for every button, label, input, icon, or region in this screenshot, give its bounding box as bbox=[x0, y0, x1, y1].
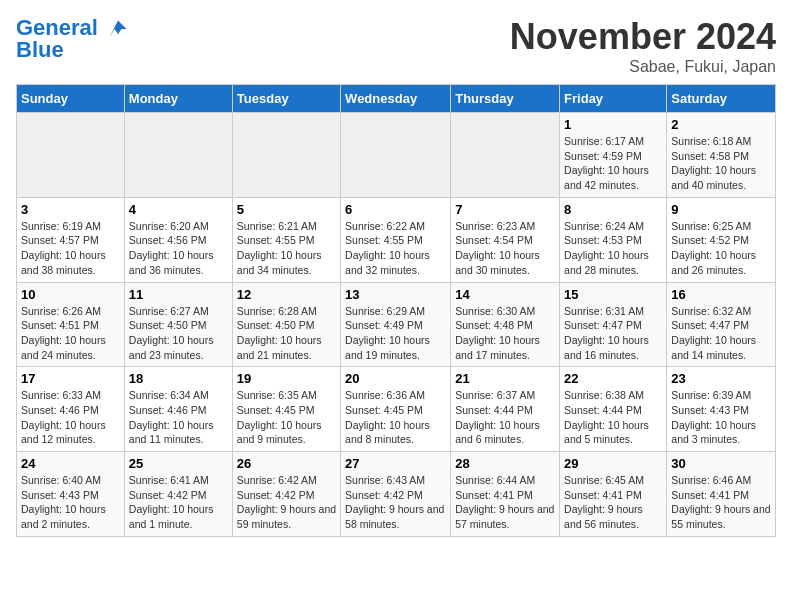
day-number: 27 bbox=[345, 456, 446, 471]
day-info: Sunrise: 6:29 AM Sunset: 4:49 PM Dayligh… bbox=[345, 304, 446, 363]
calendar-cell: 30Sunrise: 6:46 AM Sunset: 4:41 PM Dayli… bbox=[667, 452, 776, 537]
day-number: 10 bbox=[21, 287, 120, 302]
day-number: 2 bbox=[671, 117, 771, 132]
day-info: Sunrise: 6:22 AM Sunset: 4:55 PM Dayligh… bbox=[345, 219, 446, 278]
day-number: 15 bbox=[564, 287, 662, 302]
title-block: November 2024 Sabae, Fukui, Japan bbox=[510, 16, 776, 76]
day-number: 3 bbox=[21, 202, 120, 217]
day-number: 18 bbox=[129, 371, 228, 386]
weekday-header-thursday: Thursday bbox=[451, 85, 560, 113]
calendar-cell bbox=[341, 113, 451, 198]
day-info: Sunrise: 6:17 AM Sunset: 4:59 PM Dayligh… bbox=[564, 134, 662, 193]
day-info: Sunrise: 6:38 AM Sunset: 4:44 PM Dayligh… bbox=[564, 388, 662, 447]
day-info: Sunrise: 6:34 AM Sunset: 4:46 PM Dayligh… bbox=[129, 388, 228, 447]
day-number: 11 bbox=[129, 287, 228, 302]
calendar-week-1: 1Sunrise: 6:17 AM Sunset: 4:59 PM Daylig… bbox=[17, 113, 776, 198]
calendar-cell: 2Sunrise: 6:18 AM Sunset: 4:58 PM Daylig… bbox=[667, 113, 776, 198]
day-info: Sunrise: 6:18 AM Sunset: 4:58 PM Dayligh… bbox=[671, 134, 771, 193]
day-info: Sunrise: 6:24 AM Sunset: 4:53 PM Dayligh… bbox=[564, 219, 662, 278]
calendar-body: 1Sunrise: 6:17 AM Sunset: 4:59 PM Daylig… bbox=[17, 113, 776, 537]
calendar-cell: 5Sunrise: 6:21 AM Sunset: 4:55 PM Daylig… bbox=[232, 197, 340, 282]
calendar-cell: 29Sunrise: 6:45 AM Sunset: 4:41 PM Dayli… bbox=[560, 452, 667, 537]
calendar-cell: 17Sunrise: 6:33 AM Sunset: 4:46 PM Dayli… bbox=[17, 367, 125, 452]
calendar-cell: 19Sunrise: 6:35 AM Sunset: 4:45 PM Dayli… bbox=[232, 367, 340, 452]
day-number: 6 bbox=[345, 202, 446, 217]
month-title: November 2024 bbox=[510, 16, 776, 58]
day-number: 7 bbox=[455, 202, 555, 217]
calendar-cell: 28Sunrise: 6:44 AM Sunset: 4:41 PM Dayli… bbox=[451, 452, 560, 537]
calendar-week-3: 10Sunrise: 6:26 AM Sunset: 4:51 PM Dayli… bbox=[17, 282, 776, 367]
calendar-cell: 10Sunrise: 6:26 AM Sunset: 4:51 PM Dayli… bbox=[17, 282, 125, 367]
calendar-cell: 13Sunrise: 6:29 AM Sunset: 4:49 PM Dayli… bbox=[341, 282, 451, 367]
calendar-cell: 7Sunrise: 6:23 AM Sunset: 4:54 PM Daylig… bbox=[451, 197, 560, 282]
day-info: Sunrise: 6:20 AM Sunset: 4:56 PM Dayligh… bbox=[129, 219, 228, 278]
day-number: 29 bbox=[564, 456, 662, 471]
day-number: 19 bbox=[237, 371, 336, 386]
day-number: 30 bbox=[671, 456, 771, 471]
day-info: Sunrise: 6:44 AM Sunset: 4:41 PM Dayligh… bbox=[455, 473, 555, 532]
day-info: Sunrise: 6:37 AM Sunset: 4:44 PM Dayligh… bbox=[455, 388, 555, 447]
day-info: Sunrise: 6:39 AM Sunset: 4:43 PM Dayligh… bbox=[671, 388, 771, 447]
day-info: Sunrise: 6:35 AM Sunset: 4:45 PM Dayligh… bbox=[237, 388, 336, 447]
day-info: Sunrise: 6:23 AM Sunset: 4:54 PM Dayligh… bbox=[455, 219, 555, 278]
day-number: 8 bbox=[564, 202, 662, 217]
calendar-week-5: 24Sunrise: 6:40 AM Sunset: 4:43 PM Dayli… bbox=[17, 452, 776, 537]
day-info: Sunrise: 6:25 AM Sunset: 4:52 PM Dayligh… bbox=[671, 219, 771, 278]
calendar-cell: 27Sunrise: 6:43 AM Sunset: 4:42 PM Dayli… bbox=[341, 452, 451, 537]
day-number: 21 bbox=[455, 371, 555, 386]
day-info: Sunrise: 6:32 AM Sunset: 4:47 PM Dayligh… bbox=[671, 304, 771, 363]
day-number: 9 bbox=[671, 202, 771, 217]
calendar-cell: 11Sunrise: 6:27 AM Sunset: 4:50 PM Dayli… bbox=[124, 282, 232, 367]
calendar-cell: 26Sunrise: 6:42 AM Sunset: 4:42 PM Dayli… bbox=[232, 452, 340, 537]
calendar-week-2: 3Sunrise: 6:19 AM Sunset: 4:57 PM Daylig… bbox=[17, 197, 776, 282]
day-info: Sunrise: 6:42 AM Sunset: 4:42 PM Dayligh… bbox=[237, 473, 336, 532]
weekday-header-friday: Friday bbox=[560, 85, 667, 113]
day-info: Sunrise: 6:45 AM Sunset: 4:41 PM Dayligh… bbox=[564, 473, 662, 532]
day-number: 16 bbox=[671, 287, 771, 302]
weekday-header-tuesday: Tuesday bbox=[232, 85, 340, 113]
day-info: Sunrise: 6:31 AM Sunset: 4:47 PM Dayligh… bbox=[564, 304, 662, 363]
weekday-header-monday: Monday bbox=[124, 85, 232, 113]
calendar-cell: 14Sunrise: 6:30 AM Sunset: 4:48 PM Dayli… bbox=[451, 282, 560, 367]
calendar-cell: 22Sunrise: 6:38 AM Sunset: 4:44 PM Dayli… bbox=[560, 367, 667, 452]
day-info: Sunrise: 6:19 AM Sunset: 4:57 PM Dayligh… bbox=[21, 219, 120, 278]
day-info: Sunrise: 6:41 AM Sunset: 4:42 PM Dayligh… bbox=[129, 473, 228, 532]
weekday-header-row: SundayMondayTuesdayWednesdayThursdayFrid… bbox=[17, 85, 776, 113]
calendar-cell bbox=[232, 113, 340, 198]
weekday-header-sunday: Sunday bbox=[17, 85, 125, 113]
day-info: Sunrise: 6:26 AM Sunset: 4:51 PM Dayligh… bbox=[21, 304, 120, 363]
day-info: Sunrise: 6:40 AM Sunset: 4:43 PM Dayligh… bbox=[21, 473, 120, 532]
day-number: 1 bbox=[564, 117, 662, 132]
calendar-cell: 6Sunrise: 6:22 AM Sunset: 4:55 PM Daylig… bbox=[341, 197, 451, 282]
svg-marker-0 bbox=[109, 21, 126, 38]
calendar-cell: 1Sunrise: 6:17 AM Sunset: 4:59 PM Daylig… bbox=[560, 113, 667, 198]
logo: General Blue bbox=[16, 16, 130, 63]
weekday-header-wednesday: Wednesday bbox=[341, 85, 451, 113]
calendar-cell: 4Sunrise: 6:20 AM Sunset: 4:56 PM Daylig… bbox=[124, 197, 232, 282]
day-info: Sunrise: 6:27 AM Sunset: 4:50 PM Dayligh… bbox=[129, 304, 228, 363]
calendar-cell: 15Sunrise: 6:31 AM Sunset: 4:47 PM Dayli… bbox=[560, 282, 667, 367]
location-title: Sabae, Fukui, Japan bbox=[510, 58, 776, 76]
page-header: General Blue November 2024 Sabae, Fukui,… bbox=[16, 16, 776, 76]
day-number: 26 bbox=[237, 456, 336, 471]
day-number: 13 bbox=[345, 287, 446, 302]
calendar-cell: 9Sunrise: 6:25 AM Sunset: 4:52 PM Daylig… bbox=[667, 197, 776, 282]
day-info: Sunrise: 6:21 AM Sunset: 4:55 PM Dayligh… bbox=[237, 219, 336, 278]
day-number: 20 bbox=[345, 371, 446, 386]
day-number: 4 bbox=[129, 202, 228, 217]
calendar-cell: 8Sunrise: 6:24 AM Sunset: 4:53 PM Daylig… bbox=[560, 197, 667, 282]
day-info: Sunrise: 6:46 AM Sunset: 4:41 PM Dayligh… bbox=[671, 473, 771, 532]
day-number: 17 bbox=[21, 371, 120, 386]
calendar-cell bbox=[17, 113, 125, 198]
day-number: 12 bbox=[237, 287, 336, 302]
day-info: Sunrise: 6:33 AM Sunset: 4:46 PM Dayligh… bbox=[21, 388, 120, 447]
calendar-cell bbox=[124, 113, 232, 198]
day-info: Sunrise: 6:28 AM Sunset: 4:50 PM Dayligh… bbox=[237, 304, 336, 363]
calendar-cell: 16Sunrise: 6:32 AM Sunset: 4:47 PM Dayli… bbox=[667, 282, 776, 367]
day-info: Sunrise: 6:36 AM Sunset: 4:45 PM Dayligh… bbox=[345, 388, 446, 447]
calendar-cell: 23Sunrise: 6:39 AM Sunset: 4:43 PM Dayli… bbox=[667, 367, 776, 452]
day-info: Sunrise: 6:30 AM Sunset: 4:48 PM Dayligh… bbox=[455, 304, 555, 363]
calendar-cell: 21Sunrise: 6:37 AM Sunset: 4:44 PM Dayli… bbox=[451, 367, 560, 452]
calendar-cell bbox=[451, 113, 560, 198]
day-number: 28 bbox=[455, 456, 555, 471]
